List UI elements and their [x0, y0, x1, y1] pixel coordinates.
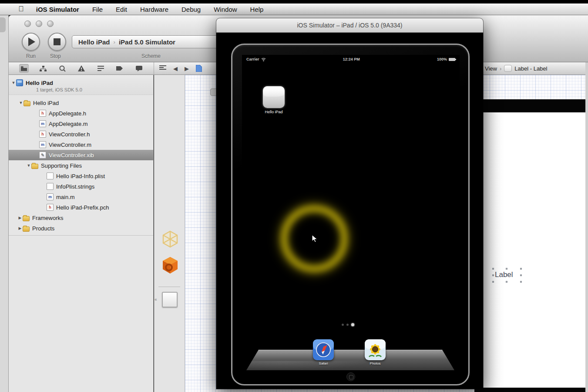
ipad-screen[interactable]: Carrier 12:24 PM 100% Hello iPad: [242, 55, 460, 373]
tree-row-label[interactable]: main.m: [56, 194, 75, 200]
scheme-separator-icon: ›: [114, 39, 115, 45]
label-text[interactable]: Label: [495, 270, 513, 279]
time-label: 12:24 PM: [343, 57, 360, 61]
simulator-titlebar[interactable]: iOS Simulator – iPad / iOS 5.0 (9A334): [216, 18, 483, 33]
tree-row-viewcontroller-h[interactable]: h ViewController.h: [9, 129, 153, 139]
ib-objects-dock: «: [154, 75, 185, 392]
project-name[interactable]: Hello iPad: [26, 80, 53, 86]
tree-row-main-m[interactable]: m main.m: [9, 192, 153, 202]
collapse-dock-icon[interactable]: «: [155, 297, 157, 302]
ipad-dock-shelf: [246, 350, 454, 370]
tree-row-label[interactable]: Frameworks: [32, 215, 64, 221]
tree-row-label[interactable]: ViewController.xib: [49, 152, 94, 159]
menu-item-hardware[interactable]: Hardware: [140, 6, 168, 13]
hello-ipad-app-icon[interactable]: [263, 86, 285, 108]
scheme-target[interactable]: iPad 5.0 Simulator: [119, 38, 175, 46]
selected-label-element[interactable]: Label: [493, 269, 521, 282]
back-icon[interactable]: ◀: [173, 65, 178, 72]
disclosure-icon[interactable]: ▼: [18, 101, 24, 105]
menu-item-window[interactable]: Window: [214, 6, 237, 13]
stop-button[interactable]: [48, 33, 66, 51]
tree-row-label[interactable]: Products: [32, 225, 54, 232]
xib-file-icon: ✎: [39, 152, 46, 159]
disclosure-icon[interactable]: ▶: [17, 216, 23, 220]
ib-designed-view[interactable]: [474, 112, 585, 388]
symbol-navigator-icon[interactable]: [38, 64, 48, 73]
tree-row-label[interactable]: ViewController.m: [49, 142, 91, 148]
tree-row-frameworks[interactable]: ▶ Frameworks: [9, 213, 153, 223]
resize-handle[interactable]: [520, 274, 522, 276]
scheme-project[interactable]: Hello iPad: [78, 38, 110, 46]
tree-row-viewcontroller-m[interactable]: m ViewController.m: [9, 139, 153, 150]
forward-icon[interactable]: ▶: [185, 65, 189, 72]
tree-row-group-hello-ipad[interactable]: ▼ Hello iPad: [9, 98, 153, 108]
tree-row-label[interactable]: InfoPlist.strings: [56, 183, 94, 190]
tree-row-prefix-pch[interactable]: h Hello iPad-Prefix.pch: [9, 202, 153, 213]
impl-file-icon: m: [47, 193, 54, 200]
tree-row-label[interactable]: Supporting Files: [41, 162, 82, 169]
search-navigator-icon[interactable]: [57, 64, 67, 73]
tree-row-viewcontroller-xib[interactable]: ✎ ViewController.xib: [9, 150, 153, 160]
folder-icon: [24, 101, 30, 106]
resize-handle[interactable]: [506, 281, 507, 283]
tree-row-infoplist-strings[interactable]: InfoPlist.strings: [9, 181, 153, 192]
project-navigator: ▼ Hello iPad 1 target, iOS SDK 5.0 ▼ Hel…: [9, 75, 154, 392]
tree-row-products[interactable]: ▶ Products: [9, 223, 153, 233]
menu-app-name[interactable]: iOS Simulator: [36, 6, 79, 13]
menu-item-help[interactable]: Help: [250, 6, 264, 13]
resize-handle[interactable]: [492, 268, 494, 270]
tree-row-label[interactable]: Hello iPad-Prefix.pch: [56, 204, 109, 211]
tree-row-appdelegate-h[interactable]: h AppDelegate.h: [9, 108, 153, 118]
resize-handle[interactable]: [506, 268, 507, 270]
battery-icon: [449, 58, 455, 61]
tree-row-appdelegate-m[interactable]: m AppDelegate.m: [9, 118, 153, 129]
resize-handle[interactable]: [492, 281, 494, 283]
view-object-icon[interactable]: [162, 292, 178, 308]
minimize-window-button[interactable]: [36, 20, 42, 27]
first-responder-icon[interactable]: [161, 256, 179, 274]
menu-item-file[interactable]: File: [92, 6, 103, 13]
photos-app-label: Photos: [362, 362, 388, 365]
close-window-button[interactable]: [24, 20, 31, 27]
carrier-label: Carrier: [246, 57, 259, 61]
log-navigator-icon[interactable]: [134, 64, 144, 73]
related-items-icon[interactable]: [159, 65, 166, 72]
safari-app-icon[interactable]: [313, 339, 334, 360]
tree-row-label[interactable]: Hello iPad-Info.plist: [56, 173, 105, 179]
apple-menu-icon[interactable]: : [18, 5, 24, 14]
breakpoint-navigator-icon[interactable]: [115, 64, 124, 73]
menu-item-edit[interactable]: Edit: [116, 6, 127, 13]
home-page-dots[interactable]: [342, 323, 354, 326]
project-header[interactable]: ▼ Hello iPad 1 target, iOS SDK 5.0: [9, 75, 153, 95]
tree-row-supporting-files[interactable]: ▼ Supporting Files: [9, 160, 153, 171]
project-navigator-icon[interactable]: [19, 64, 29, 73]
jump-crumb-view[interactable]: View: [485, 65, 497, 72]
label-object-icon: [504, 65, 512, 72]
mouse-cursor-icon: [312, 234, 319, 243]
files-owner-icon[interactable]: [161, 230, 179, 248]
disclosure-icon[interactable]: ▼: [11, 81, 16, 85]
wifi-icon: [261, 57, 266, 61]
menu-item-debug[interactable]: Debug: [181, 6, 201, 13]
home-button[interactable]: [346, 372, 355, 381]
zoom-window-button[interactable]: [47, 20, 54, 27]
jump-crumb-label[interactable]: Label - Label: [514, 65, 547, 72]
tree-row-label[interactable]: Hello iPad: [33, 100, 59, 106]
resize-handle[interactable]: [492, 274, 494, 276]
impl-file-icon: m: [39, 120, 46, 127]
run-button[interactable]: [22, 33, 40, 51]
file-doc-icon[interactable]: [196, 65, 202, 72]
tree-row-label[interactable]: AppDelegate.h: [49, 110, 86, 117]
disclosure-icon[interactable]: ▶: [17, 226, 23, 230]
resize-handle[interactable]: [520, 281, 522, 283]
folder-icon: [23, 226, 30, 232]
tree-row-label[interactable]: ViewController.h: [49, 131, 90, 138]
issue-navigator-icon[interactable]: [77, 64, 86, 73]
tree-row-info-plist[interactable]: Hello iPad-Info.plist: [9, 171, 153, 181]
resize-handle[interactable]: [520, 268, 522, 270]
debug-navigator-icon[interactable]: [96, 64, 105, 73]
disclosure-icon[interactable]: ▼: [26, 163, 31, 168]
tree-row-label[interactable]: AppDelegate.m: [49, 121, 88, 127]
desktop-edge: [0, 15, 9, 392]
photos-app-icon[interactable]: [365, 339, 386, 360]
